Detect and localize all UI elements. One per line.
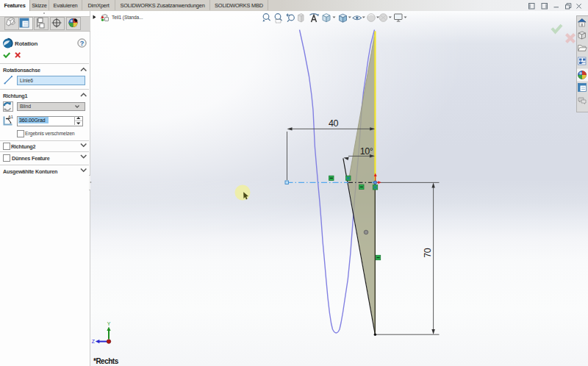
svg-text:Z: Z	[92, 339, 95, 344]
svg-text:?: ?	[80, 40, 85, 47]
svg-text:Y: Y	[107, 321, 111, 326]
svg-text:40: 40	[329, 118, 338, 129]
svg-text:70: 70	[423, 248, 433, 257]
svg-text:A1: A1	[8, 115, 13, 119]
svg-text:10°: 10°	[360, 146, 373, 157]
